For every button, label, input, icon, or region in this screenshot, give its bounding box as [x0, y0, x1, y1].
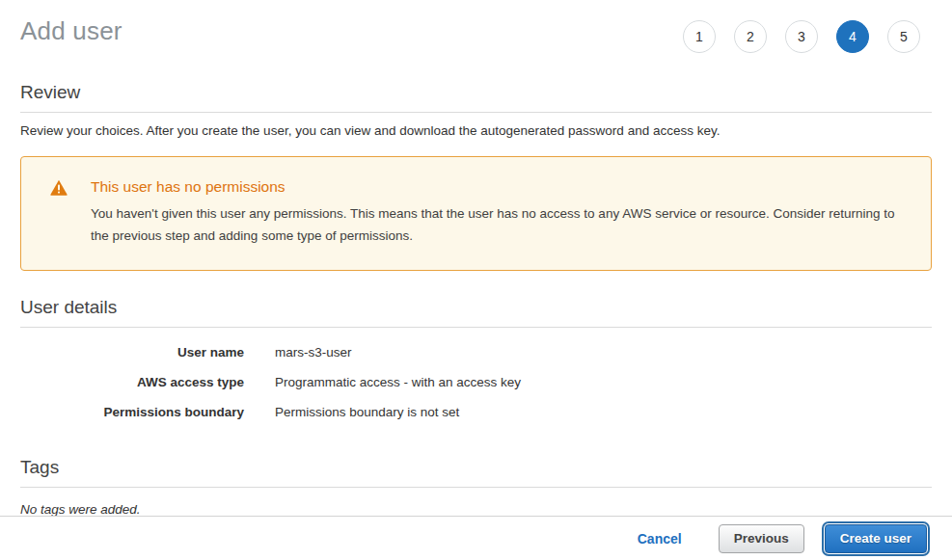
access-type-value: Programmatic access - with an access key — [275, 372, 521, 392]
warning-content: This user has no permissions You haven't… — [91, 178, 915, 247]
tags-section: Tags No tags were added. — [20, 457, 932, 517]
previous-button[interactable]: Previous — [719, 524, 804, 553]
step-1: 1 — [683, 20, 716, 53]
warning-title: This user has no permissions — [91, 178, 915, 196]
review-description: Review your choices. After you create th… — [20, 123, 932, 138]
step-3: 3 — [785, 20, 818, 53]
user-name-label: User name — [20, 342, 244, 362]
permissions-boundary-label: Permissions boundary — [20, 402, 244, 422]
no-permissions-warning: This user has no permissions You haven't… — [20, 156, 932, 271]
user-details-section: User details User name mars-s3-user AWS … — [20, 297, 932, 422]
step-4: 4 — [836, 20, 869, 53]
no-tags-message: No tags were added. — [20, 502, 932, 517]
wizard-header: Add user 1 2 3 4 5 — [0, 0, 952, 53]
table-row: User name mars-s3-user — [20, 342, 932, 362]
warning-body: You haven't given this user any permissi… — [91, 202, 915, 247]
wizard-footer: Cancel Previous Create user — [0, 516, 952, 560]
tags-heading: Tags — [20, 457, 932, 488]
permissions-boundary-value: Permissions boundary is not set — [275, 402, 459, 422]
user-details-heading: User details — [20, 297, 932, 328]
create-user-button[interactable]: Create user — [825, 524, 927, 553]
review-heading: Review — [20, 82, 932, 113]
step-2: 2 — [734, 20, 767, 53]
user-name-value: mars-s3-user — [275, 342, 352, 362]
table-row: Permissions boundary Permissions boundar… — [20, 402, 932, 422]
user-details-rows: User name mars-s3-user AWS access type P… — [20, 342, 932, 422]
warning-triangle-icon — [50, 180, 68, 200]
review-section: Review Review your choices. After you cr… — [20, 82, 932, 271]
step-indicator: 1 2 3 4 5 — [683, 16, 920, 53]
step-5: 5 — [887, 20, 920, 53]
access-type-label: AWS access type — [20, 372, 244, 392]
table-row: AWS access type Programmatic access - wi… — [20, 372, 932, 392]
page-title: Add user — [20, 16, 122, 46]
cancel-link[interactable]: Cancel — [638, 531, 682, 547]
